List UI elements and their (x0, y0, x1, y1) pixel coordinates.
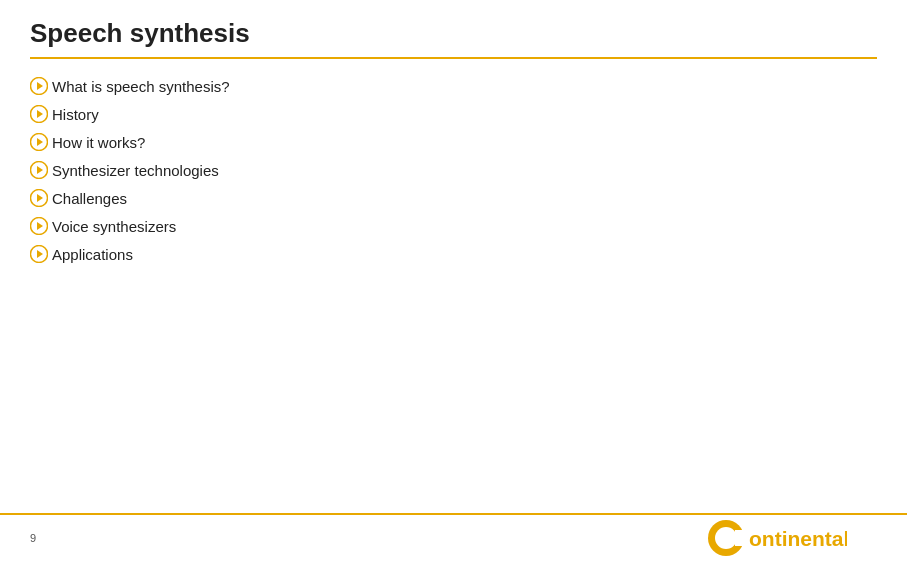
bullet-arrow-icon (30, 133, 48, 151)
svg-marker-5 (37, 138, 43, 146)
menu-item-challenges[interactable]: Challenges (30, 189, 877, 207)
page-title: Speech synthesis (30, 18, 877, 49)
menu-item-label: What is speech synthesis? (52, 78, 230, 95)
menu-item-voice-synth[interactable]: Voice synthesizers (30, 217, 877, 235)
svg-marker-1 (37, 82, 43, 90)
footer: 9 ontinental (0, 519, 877, 557)
svg-rect-16 (735, 530, 749, 546)
footer-line (0, 513, 907, 515)
page-number: 9 (30, 532, 36, 544)
bullet-arrow-icon (30, 189, 48, 207)
svg-marker-9 (37, 194, 43, 202)
svg-marker-3 (37, 110, 43, 118)
menu-item-label: How it works? (52, 134, 145, 151)
svg-marker-7 (37, 166, 43, 174)
svg-marker-11 (37, 222, 43, 230)
menu-item-label: History (52, 106, 99, 123)
menu-item-what-is[interactable]: What is speech synthesis? (30, 77, 877, 95)
bullet-arrow-icon (30, 245, 48, 263)
svg-text:ontinental: ontinental (749, 527, 847, 550)
menu-item-label: Challenges (52, 190, 127, 207)
menu-item-label: Voice synthesizers (52, 218, 176, 235)
slide: Speech synthesis What is speech synthesi… (0, 0, 907, 567)
menu-item-label: Applications (52, 246, 133, 263)
content-area: What is speech synthesis? History How it… (0, 59, 907, 263)
svg-point-15 (715, 527, 737, 549)
header: Speech synthesis (0, 0, 907, 49)
menu-item-how-it-works[interactable]: How it works? (30, 133, 877, 151)
bullet-arrow-icon (30, 161, 48, 179)
bullet-arrow-icon (30, 105, 48, 123)
logo-container: ontinental (707, 519, 847, 557)
menu-item-history[interactable]: History (30, 105, 877, 123)
bullet-arrow-icon (30, 217, 48, 235)
menu-item-applications[interactable]: Applications (30, 245, 877, 263)
svg-marker-13 (37, 250, 43, 258)
menu-item-label: Synthesizer technologies (52, 162, 219, 179)
menu-item-synth-tech[interactable]: Synthesizer technologies (30, 161, 877, 179)
continental-logo: ontinental (707, 519, 847, 557)
bullet-arrow-icon (30, 77, 48, 95)
